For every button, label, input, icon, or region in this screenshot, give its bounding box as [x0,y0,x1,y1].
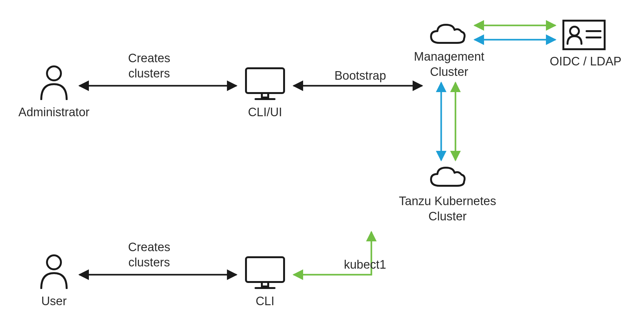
edge-label-kubectl: kubect1 [336,257,394,272]
arrows-overlay [0,0,644,329]
cli-ui-label: CLI/UI [241,105,289,120]
user-label: User [38,294,70,309]
edge-label-creates-bottom: Creates clusters [117,240,181,270]
tkc-label: Tanzu Kubernetes Cluster [390,194,505,224]
edge-label-creates-top: Creates clusters [117,51,181,81]
diagram-stage: Administrator User CLI/UI CLI Management… [0,0,644,329]
edge-label-bootstrap: Bootstrap [325,68,395,84]
cli-label: CLI [251,294,279,309]
management-cluster-label: Management Cluster [406,49,492,79]
administrator-label: Administrator [13,105,95,120]
oidc-ldap-label: OIDC / LDAP [546,54,625,69]
